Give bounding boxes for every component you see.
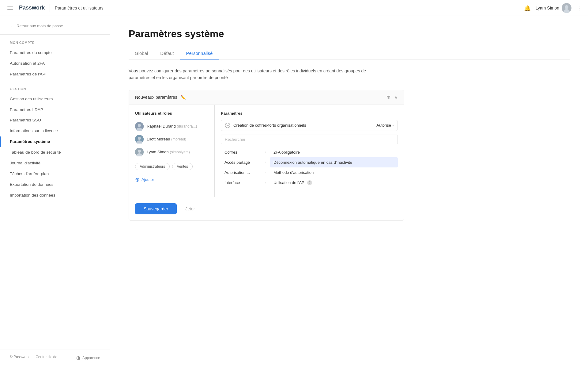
param-dropdown-label: Création de coffres-forts organisationne…	[233, 123, 373, 128]
user-item: Raphaël Durand (durandra...)	[135, 120, 208, 133]
add-circle-icon: ⊕	[135, 177, 140, 182]
user-handle-1: (durandra...)	[177, 124, 197, 128]
role-tag-ventes[interactable]: Ventes	[172, 163, 193, 170]
sidebar-item-sso[interactable]: Paramètres SSO	[0, 115, 110, 126]
user-item-2: Éliott Moreau (moreau)	[135, 133, 208, 146]
main-layout: ← Retour aux mots de passe MON COMPTE Pa…	[0, 0, 588, 368]
navbar: Passwork Paramètres et utilisateurs 🔔 Ly…	[0, 0, 588, 16]
navbar-right: 🔔 Lyam Simon ⋮	[524, 3, 582, 13]
option-methode-autorisation[interactable]: Méthode d'autorisation	[270, 167, 398, 178]
section-title-gestion: GESTION	[0, 87, 110, 94]
param-minus-icon[interactable]: −	[225, 123, 230, 128]
description-text: Vous pouvez configurer des paramètres pe…	[129, 67, 380, 81]
dropdown-selected-value: Autorisé	[376, 123, 391, 128]
option-2fa[interactable]: 2FA obligatoire	[270, 147, 398, 157]
sidebar: ← Retour aux mots de passe MON COMPTE Pa…	[0, 16, 110, 368]
params-options: 2FA obligatoire Déconnexion automatique …	[270, 147, 398, 188]
category-chevron-autorisation: ›	[265, 171, 266, 174]
category-interface[interactable]: Interface ›	[221, 178, 270, 188]
sidebar-item-activity-log[interactable]: Journal d'activité	[0, 158, 110, 169]
sidebar-item-data-import[interactable]: Importation des données	[0, 190, 110, 201]
params-categories: Coffres › Accès partagé › Autorisation .…	[221, 147, 270, 188]
sidebar-item-account-settings[interactable]: Paramètres du compte	[0, 48, 110, 58]
svg-point-10	[138, 150, 141, 153]
user-fullname-3: Lyam Simon	[147, 150, 169, 154]
option-deconnexion[interactable]: Déconnexion automatique en cas d'inactiv…	[270, 157, 398, 167]
user-fullname-2: Éliott Moreau	[147, 137, 170, 141]
navbar-divider	[50, 4, 50, 12]
edit-icon[interactable]: ✏️	[180, 95, 186, 100]
user-avatar-3	[135, 148, 144, 156]
svg-point-1	[565, 5, 568, 9]
sidebar-item-user-management[interactable]: Gestion des utilisateurs	[0, 94, 110, 105]
sidebar-item-security-dashboard[interactable]: Tableau de bord de sécurité	[0, 147, 110, 158]
navbar-left: Passwork Paramètres et utilisateurs	[6, 4, 104, 12]
hamburger-icon[interactable]	[6, 5, 14, 11]
params-panel-title: Paramètres	[221, 111, 398, 116]
sidebar-item-ldap[interactable]: Paramètres LDAP	[0, 105, 110, 115]
help-center-link[interactable]: Centre d'aide	[36, 355, 57, 361]
option-utilisation-api[interactable]: Utilisation de l'API ?	[270, 178, 398, 188]
avatar	[562, 3, 571, 13]
card-body: Utilisateurs et rôles Raphaël Durand (du…	[129, 105, 404, 197]
sidebar-item-license[interactable]: Informations sur la licence	[0, 126, 110, 136]
svg-point-4	[138, 124, 141, 127]
save-button[interactable]: Sauvegarder	[135, 203, 177, 214]
params-list: Coffres › Accès partagé › Autorisation .…	[221, 147, 398, 188]
user-fullname-1: Raphaël Durand	[147, 124, 176, 128]
tabs-bar: Global Défaut Personnalisé	[129, 48, 570, 60]
sidebar-item-data-export[interactable]: Exportation de données	[0, 179, 110, 190]
username-label: Lyam Simon	[536, 6, 559, 10]
params-panel: Paramètres − Création de coffres-forts o…	[215, 105, 404, 197]
user-avatar-1	[135, 122, 144, 131]
settings-card: Nouveaux paramètres ✏️ 🗑 ∧ Utilisateurs …	[129, 90, 404, 221]
users-panel: Utilisateurs et rôles Raphaël Durand (du…	[129, 105, 215, 197]
role-tags: Administrateurs Ventes	[135, 163, 208, 170]
sidebar-footer: © Passwork Centre d'aide ◑ Apparence	[0, 350, 110, 361]
user-avatar-2	[135, 135, 144, 144]
params-search-input[interactable]	[221, 135, 398, 144]
delete-icon[interactable]: 🗑	[386, 94, 391, 100]
category-acces-partage[interactable]: Accès partagé ›	[221, 157, 270, 167]
appearance-icon: ◑	[76, 355, 81, 361]
category-chevron-coffres: ›	[265, 151, 266, 154]
param-dropdown-row: − Création de coffres-forts organisation…	[221, 120, 398, 131]
category-chevron-interface: ›	[265, 181, 266, 184]
category-autorisation[interactable]: Autorisation ... ›	[221, 167, 270, 178]
sidebar-item-system-settings[interactable]: Paramètres système	[0, 136, 110, 147]
add-button-label: Ajouter	[141, 177, 154, 182]
main-content: Paramètres système Global Défaut Personn…	[110, 16, 588, 368]
notification-bell-icon[interactable]: 🔔	[524, 5, 531, 11]
sidebar-item-background-tasks[interactable]: Tâches d'arrière-plan	[0, 169, 110, 179]
sidebar-item-auth-2fa[interactable]: Autorisation et 2FA	[0, 58, 110, 69]
param-dropdown-value[interactable]: Autorisé ▾	[376, 123, 394, 128]
back-arrow-icon: ←	[10, 23, 14, 28]
tab-global[interactable]: Global	[129, 48, 154, 60]
role-tag-admin[interactable]: Administrateurs	[135, 163, 170, 170]
collapse-icon[interactable]: ∧	[394, 94, 398, 100]
user-menu[interactable]: Lyam Simon	[536, 3, 571, 13]
sidebar-item-api-settings[interactable]: Paramètres de l'API	[0, 69, 110, 80]
svg-point-7	[138, 137, 141, 140]
section-mon-compte: MON COMPTE Paramètres du compte Autorisa…	[0, 41, 110, 80]
tab-custom[interactable]: Personnalisé	[180, 48, 219, 60]
category-coffres[interactable]: Coffres ›	[221, 147, 270, 157]
add-user-button[interactable]: ⊕ Ajouter	[135, 174, 208, 185]
copyright-text: © Passwork	[10, 355, 29, 361]
cancel-button[interactable]: Jeter	[181, 203, 199, 214]
help-icon[interactable]: ?	[307, 180, 312, 185]
user-name-1: Raphaël Durand (durandra...)	[147, 124, 197, 128]
card-header-label: Nouveaux paramètres	[135, 95, 177, 100]
navbar-page-title: Paramètres et utilisateurs	[55, 6, 104, 10]
users-panel-title: Utilisateurs et rôles	[135, 111, 208, 116]
more-options-icon[interactable]: ⋮	[576, 5, 582, 11]
user-name-3: Lyam Simon (simonlyam)	[147, 150, 190, 154]
back-to-passwords[interactable]: ← Retour aux mots de passe	[0, 23, 110, 35]
section-title-mon-compte: MON COMPTE	[0, 41, 110, 48]
back-label: Retour aux mots de passe	[17, 24, 63, 28]
appearance-link[interactable]: Apparence	[82, 356, 100, 360]
user-name-2: Éliott Moreau (moreau)	[147, 137, 186, 141]
tab-default[interactable]: Défaut	[154, 48, 180, 60]
chevron-down-icon: ▾	[392, 124, 394, 127]
page-title: Paramètres système	[129, 28, 570, 40]
